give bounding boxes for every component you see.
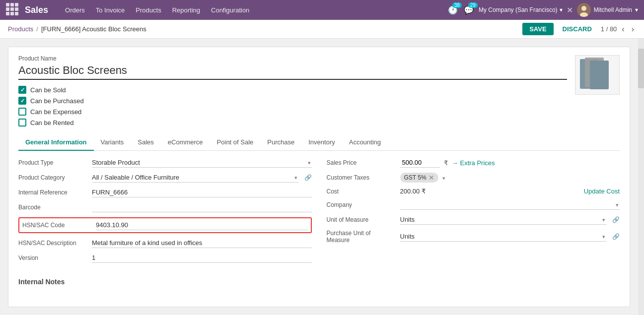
subheader: Products / [FURN_6666] Acoustic Bloc Scr… (0, 20, 644, 39)
puom-label: Purchase Unit ofMeasure (327, 230, 396, 244)
product-category-wrapper: All / Saleable / Office Furniture ▾ (92, 173, 298, 183)
sales-price-row: Sales Price ₹ → Extra Prices (327, 158, 620, 168)
form-col-left: Product Type Storable Product ▾ Product … (18, 158, 312, 263)
checkbox-can-be-rented[interactable]: Can be Rented (18, 119, 567, 126)
company-select-wrapper: ▾ (400, 200, 620, 210)
company-name: My Company (San Francisco) (479, 6, 558, 13)
extra-prices-link[interactable]: → Extra Prices (452, 159, 495, 167)
main-content: Product Name Can be Sold Can be Purchase… (0, 39, 644, 315)
puom-select[interactable]: Units (400, 232, 607, 242)
activity-button[interactable]: 🕐 38 (447, 4, 459, 16)
pager-prev[interactable]: ‹ (620, 24, 626, 35)
company-selector[interactable]: My Company (San Francisco) ▾ (479, 6, 563, 13)
uom-row: Unit of Measure Units ▾ 🔗 (327, 215, 620, 225)
company-label: Company (327, 201, 396, 208)
customer-taxes-tag: GST 5% ✕ (400, 173, 438, 183)
breadcrumb-separator: / (36, 25, 38, 33)
save-button[interactable]: SAVE (522, 23, 553, 35)
svg-rect-5 (590, 61, 609, 89)
company-row: Company ▾ (327, 200, 620, 210)
product-category-select[interactable]: All / Saleable / Office Furniture (92, 173, 298, 183)
user-menu[interactable]: Mitchell Admin ▾ (577, 3, 638, 17)
tab-purchase[interactable]: Purchase (260, 134, 301, 151)
form-col-right: Sales Price ₹ → Extra Prices Customer Ta… (327, 158, 620, 263)
arrow-right-icon: → (452, 159, 458, 167)
currency-symbol: ₹ (444, 159, 448, 167)
top-navigation: Sales Orders To Invoice Products Reporti… (0, 0, 644, 20)
hsn-desc-label: HSN/SAC Description (18, 240, 88, 247)
form-card: Product Name Can be Sold Can be Purchase… (8, 47, 630, 307)
activity-badge: 38 (452, 2, 462, 8)
tab-content-general: Product Type Storable Product ▾ Product … (18, 151, 620, 270)
sales-price-input[interactable] (400, 158, 440, 168)
hsn-code-input[interactable] (96, 220, 308, 230)
tab-ecommerce[interactable]: eCommerce (161, 134, 210, 151)
puom-row: Purchase Unit ofMeasure Units ▾ 🔗 (327, 230, 620, 244)
internal-notes-title: Internal Notes (18, 278, 620, 286)
discard-button[interactable]: DISCARD (558, 23, 597, 35)
scrollbar-thumb (638, 49, 644, 88)
avatar (577, 3, 591, 17)
internal-reference-row: Internal Reference (18, 188, 312, 197)
gst-tag-text: GST 5% (404, 174, 427, 181)
menu-orders[interactable]: Orders (60, 4, 90, 16)
product-category-row: Product Category All / Saleable / Office… (18, 173, 312, 183)
product-type-row: Product Type Storable Product ▾ (18, 158, 312, 168)
hsn-desc-row: HSN/SAC Description (18, 238, 312, 248)
app-brand: Sales (25, 5, 48, 15)
checkbox-can-be-expensed[interactable]: Can be Expensed (18, 108, 567, 116)
checkbox-can-be-purchased[interactable]: Can be Purchased (18, 97, 567, 105)
uom-select-wrapper: Units ▾ (400, 215, 607, 225)
extra-prices-label: Extra Prices (460, 159, 495, 167)
pager-next[interactable]: › (630, 24, 636, 35)
tabs: General Information Variants Sales eComm… (18, 134, 620, 151)
top-right-area: 🕐 38 💬 29 My Company (San Francisco) ▾ ✕… (447, 3, 638, 17)
action-buttons: SAVE DISCARD 1 / 80 ‹ › (522, 23, 636, 35)
close-button[interactable]: ✕ (567, 5, 573, 15)
pager-text: 1 / 80 (601, 25, 617, 33)
internal-reference-input[interactable] (92, 188, 312, 197)
menu-reporting[interactable]: Reporting (167, 4, 205, 16)
checkbox-can-be-expensed-box (18, 108, 26, 116)
cost-value: 200.00 ₹ (400, 188, 426, 195)
company-select[interactable] (400, 200, 620, 210)
tab-inventory[interactable]: Inventory (301, 134, 342, 151)
menu-to-invoice[interactable]: To Invoice (91, 4, 130, 16)
uom-external-link[interactable]: 🔗 (612, 216, 620, 223)
menu-products[interactable]: Products (131, 4, 166, 16)
tab-accounting[interactable]: Accounting (342, 134, 388, 151)
messages-button[interactable]: 💬 29 (463, 4, 475, 16)
tab-variants[interactable]: Variants (94, 134, 131, 151)
tab-general-information[interactable]: General Information (18, 134, 94, 151)
version-input[interactable] (92, 253, 312, 263)
tab-sales[interactable]: Sales (131, 134, 161, 151)
product-image (575, 55, 620, 95)
scrollbar[interactable] (638, 39, 644, 315)
pager: 1 / 80 ‹ › (601, 24, 636, 35)
hsn-code-row: HSN/SAC Code (18, 217, 312, 233)
product-name-section: Product Name Can be Sold Can be Purchase… (18, 55, 620, 126)
barcode-input[interactable] (92, 202, 312, 212)
tag-remove-icon[interactable]: ✕ (429, 174, 434, 182)
update-cost-link[interactable]: Update Cost (584, 188, 620, 195)
tab-point-of-sale[interactable]: Point of Sale (210, 134, 261, 151)
breadcrumb-current: [FURN_6666] Acoustic Bloc Screens (41, 25, 146, 33)
checkbox-can-be-sold[interactable]: Can be Sold (18, 86, 567, 94)
uom-label: Unit of Measure (327, 216, 396, 223)
menu-configuration[interactable]: Configuration (206, 4, 254, 16)
checkbox-can-be-sold-box (18, 86, 26, 94)
app-grid-icon[interactable] (6, 3, 20, 17)
breadcrumb-parent[interactable]: Products (8, 25, 33, 33)
product-name-input[interactable] (18, 64, 567, 80)
hsn-desc-input[interactable] (92, 238, 312, 248)
product-type-select[interactable]: Storable Product (92, 158, 312, 168)
sales-price-label: Sales Price (327, 159, 396, 166)
checkbox-can-be-rented-label: Can be Rented (30, 119, 73, 126)
form-inner: Product Name Can be Sold Can be Purchase… (8, 47, 630, 298)
uom-select[interactable]: Units (400, 215, 607, 225)
puom-select-wrapper: Units ▾ (400, 232, 607, 242)
product-category-external-link[interactable]: 🔗 (304, 174, 312, 181)
puom-external-link[interactable]: 🔗 (612, 233, 620, 240)
customer-taxes-label: Customer Taxes (327, 174, 396, 181)
internal-reference-label: Internal Reference (18, 189, 88, 196)
